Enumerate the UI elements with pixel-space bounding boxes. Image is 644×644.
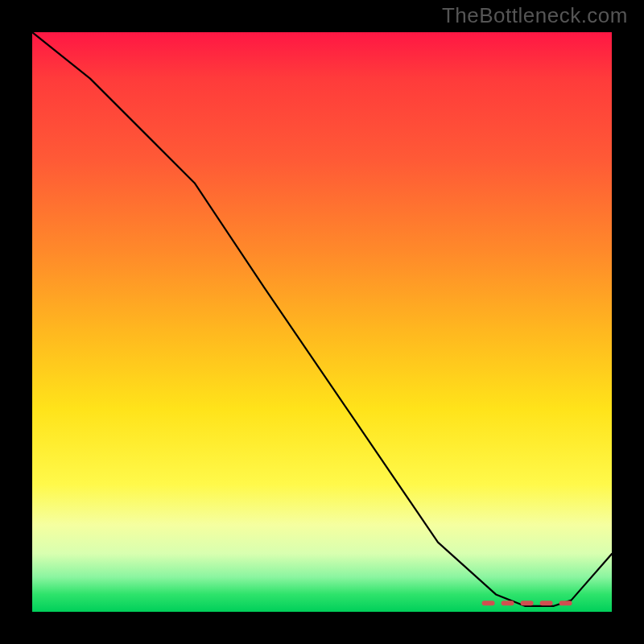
chart-svg xyxy=(32,32,612,612)
bottleneck-curve xyxy=(32,32,612,606)
watermark-text: TheBottleneck.com xyxy=(442,3,628,28)
chart-frame: TheBottleneck.com xyxy=(0,0,644,644)
plot-area xyxy=(32,32,612,612)
